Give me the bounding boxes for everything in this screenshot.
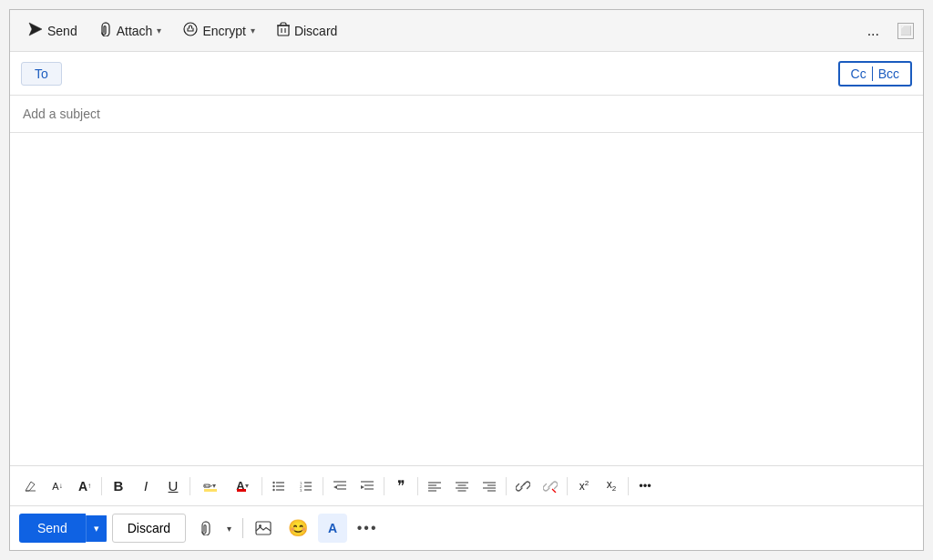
bullets-icon	[272, 481, 285, 492]
to-input[interactable]	[71, 59, 838, 88]
encrypt-label: Encrypt	[202, 24, 245, 38]
body-area[interactable]	[10, 133, 923, 465]
attach-button[interactable]: Attach ▾	[90, 17, 171, 44]
underline-button[interactable]: U	[160, 473, 186, 499]
superscript-button[interactable]: x2	[571, 473, 597, 499]
svg-line-40	[549, 483, 553, 487]
align-center-button[interactable]	[449, 473, 475, 499]
send-dropdown-button[interactable]: ▾	[86, 515, 107, 542]
top-toolbar: Send Attach ▾ Encrypt ▾	[10, 10, 923, 52]
font-grow-button[interactable]: A ↑	[72, 473, 97, 499]
attach-action-button[interactable]	[191, 514, 220, 543]
action-bar: Send ▾ Discard ▾	[10, 505, 923, 550]
attach-dropdown-button[interactable]: ▾	[220, 514, 237, 543]
svg-rect-2	[278, 25, 289, 36]
quote-button[interactable]: ❞	[388, 473, 414, 499]
attach-action-chevron-icon: ▾	[227, 524, 231, 534]
subscript-icon: x2	[607, 478, 616, 493]
subject-input[interactable]	[23, 107, 910, 121]
svg-point-1	[184, 23, 197, 36]
clear-format-button[interactable]	[17, 473, 43, 499]
subscript-button[interactable]: x2	[599, 473, 624, 499]
more-actions-button[interactable]: •••	[353, 514, 382, 543]
format-toolbar: A ↓ A ↑ B I U ✏ ▾	[10, 465, 923, 505]
decrease-indent-button[interactable]	[327, 473, 353, 499]
dictate-button[interactable]: A	[318, 514, 347, 543]
discard-toolbar-button[interactable]: Discard	[268, 17, 346, 44]
cc-bcc-separator	[872, 66, 873, 81]
svg-line-39	[521, 483, 526, 487]
fmt-sep-5	[384, 477, 384, 495]
maximize-icon[interactable]: ⬜	[897, 23, 914, 39]
cc-bcc-group: Cc Bcc	[838, 61, 912, 87]
increase-indent-button[interactable]	[354, 473, 380, 499]
discard-toolbar-label: Discard	[294, 24, 337, 38]
eraser-icon	[24, 480, 36, 493]
fmt-sep-1	[101, 477, 102, 495]
align-right-button[interactable]	[477, 473, 502, 499]
attach-label: Attach	[117, 24, 153, 38]
grow-arrow-icon: ↑	[87, 482, 91, 490]
font-grow-icon: A	[78, 479, 87, 494]
font-color-button[interactable]: A ▾	[227, 473, 258, 499]
discard-icon	[277, 22, 290, 39]
svg-marker-26	[361, 485, 364, 489]
svg-point-9	[272, 488, 274, 490]
svg-point-7	[272, 481, 274, 483]
send-main-label: Send	[37, 521, 67, 535]
decrease-indent-icon	[333, 481, 346, 492]
highlight-color-bar	[204, 489, 217, 492]
highlight-color-button[interactable]: ✏ ▾	[194, 473, 225, 499]
send-button[interactable]: Send	[19, 17, 87, 44]
cc-label: Cc	[851, 66, 866, 81]
italic-button[interactable]: I	[133, 473, 159, 499]
send-label: Send	[47, 24, 77, 38]
to-button[interactable]: To	[21, 62, 62, 86]
bcc-label: Bcc	[878, 66, 899, 81]
more-format-button[interactable]: •••	[632, 473, 658, 499]
numbered-list-button[interactable]: 1. 2. 3.	[293, 473, 319, 499]
fmt-sep-7	[506, 477, 507, 495]
emoji-button[interactable]: 😊	[283, 514, 313, 543]
fmt-sep-9	[628, 477, 629, 495]
ab-sep-1	[242, 518, 243, 538]
superscript-icon: x2	[579, 479, 589, 493]
attach-action-icon	[200, 521, 212, 535]
insert-link-button[interactable]	[510, 473, 536, 499]
dictate-icon: A	[328, 521, 337, 535]
fmt-sep-8	[567, 477, 568, 495]
picture-icon	[255, 521, 272, 535]
quote-icon: ❞	[397, 477, 405, 494]
fmt-sep-6	[417, 477, 418, 495]
remove-link-button[interactable]	[538, 473, 563, 499]
bullets-button[interactable]	[266, 473, 292, 499]
bcc-button[interactable]: Bcc	[878, 66, 899, 81]
encrypt-button[interactable]: Encrypt ▾	[174, 17, 263, 44]
to-label-text: To	[35, 66, 48, 81]
font-shrink-button[interactable]: A ↓	[45, 473, 70, 499]
window-controls: ⬜	[897, 23, 914, 39]
send-main-button[interactable]: Send	[19, 514, 86, 543]
send-icon	[28, 22, 43, 39]
discard-button[interactable]: Discard	[112, 514, 186, 543]
encrypt-icon	[183, 22, 198, 39]
attach-group: ▾	[191, 514, 237, 543]
align-left-button[interactable]	[422, 473, 447, 499]
encrypt-chevron-icon: ▾	[251, 25, 255, 36]
bold-button[interactable]: B	[106, 473, 131, 499]
svg-line-41	[552, 489, 556, 493]
fmt-sep-3	[261, 477, 262, 495]
align-right-icon	[483, 481, 496, 492]
insert-picture-button[interactable]	[249, 514, 278, 543]
increase-indent-icon	[361, 481, 374, 492]
compose-window: Send Attach ▾ Encrypt ▾	[9, 9, 924, 551]
more-toolbar-button[interactable]: ...	[860, 18, 887, 44]
numbered-list-icon: 1. 2. 3.	[300, 481, 313, 492]
bold-icon: B	[114, 478, 124, 494]
send-group: Send ▾	[19, 514, 107, 543]
align-left-icon	[428, 481, 441, 492]
subject-row	[10, 96, 923, 133]
cc-button[interactable]: Cc	[851, 66, 866, 81]
attach-icon	[99, 22, 112, 39]
attach-chevron-icon: ▾	[157, 25, 161, 36]
